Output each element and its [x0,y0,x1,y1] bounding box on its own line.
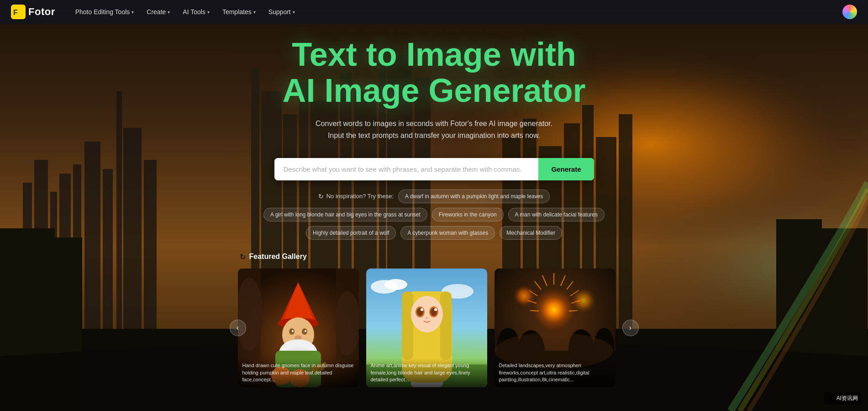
nav-create[interactable]: Create ▾ [141,5,175,18]
svg-point-67 [411,296,443,332]
inspiration-chip-6[interactable]: Mechanical Modifier [500,226,562,240]
chevron-down-icon: ▾ [293,10,295,15]
svg-point-43 [302,328,307,335]
carousel-next-button[interactable]: › [622,320,639,336]
chevron-down-icon: ▾ [253,10,256,15]
gallery-carousel: ‹ [238,269,631,387]
inspiration-chip-3[interactable]: A man with delicate facial features [508,208,605,221]
search-bar: Generate [274,158,594,180]
svg-text:F: F [13,9,18,16]
inspiration-chip-5[interactable]: A cyberpunk woman with glasses [400,226,495,240]
gallery-card-anime-caption: Anime art,anime key visual of elegant yo… [366,358,487,387]
gallery-card-fireworks-caption: Detailed landscapes,very atmospheri fire… [494,358,615,387]
svg-rect-65 [402,291,413,360]
svg-point-45 [305,330,306,332]
navbar: F Fotor Photo Editing Tools ▾ Create ▾ A… [0,0,868,24]
nav-templates[interactable]: Templates ▾ [217,5,261,18]
gallery-card-gnome: Hand drawn cute gnomes face in autumn di… [238,269,359,387]
svg-point-95 [569,286,598,315]
svg-point-42 [289,328,295,335]
chevron-down-icon: ▾ [207,10,210,15]
gallery-section: ↻ Featured Gallery ‹ [238,253,631,387]
chevron-down-icon: ▾ [168,10,170,15]
inspiration-chip-2[interactable]: Fireworks in the canyon [432,208,504,221]
logo[interactable]: F Fotor [11,5,55,19]
inspiration-chip-4[interactable]: Highly detailed portrait of a wolf [306,226,396,240]
gallery-card-fireworks: Detailed landscapes,very atmospheri fire… [494,269,615,387]
avatar[interactable] [842,5,857,19]
svg-point-72 [421,308,423,311]
svg-rect-66 [440,291,452,360]
watermark-icon: ❋ [828,394,834,403]
carousel-prev-button[interactable]: ‹ [230,320,246,336]
svg-point-60 [384,279,407,290]
hero-subtitle: Convert words to images in seconds with … [316,118,553,141]
inspiration-row: ↻ No inspiration? Try these: A dwarf in … [247,190,621,240]
gallery-title: Featured Gallery [249,253,307,261]
svg-point-74 [426,317,428,319]
inspiration-chip-1[interactable]: A girl with long blonde hair and big eye… [263,208,427,221]
nav-ai-tools[interactable]: AI Tools ▾ [177,5,215,18]
gallery-icon: ↻ [240,253,246,261]
gallery-header: ↻ Featured Gallery [238,253,631,261]
hero-content: Text to Image with AI Image Generator Co… [0,37,868,387]
svg-point-82 [538,294,570,326]
refresh-icon: ↻ [318,193,324,200]
gallery-card-anime: Anime art,anime key visual of elegant yo… [366,269,487,387]
chevron-down-icon: ▾ [132,10,134,15]
nav-photo-editing[interactable]: Photo Editing Tools ▾ [70,5,140,18]
svg-line-93 [530,311,539,311]
svg-point-73 [434,308,437,311]
svg-point-44 [292,330,294,332]
svg-point-94 [511,283,537,309]
inspiration-chip-0[interactable]: A dwarf in autumn with a pumpkin light a… [398,190,550,203]
hero-section: Text to Image with AI Image Generator Co… [0,0,868,411]
logo-icon: F [11,5,26,19]
prompt-input[interactable] [274,158,539,180]
logo-text: Fotor [28,6,55,18]
gallery-track: Hand drawn cute gnomes face in autumn di… [238,269,631,387]
watermark: ❋ AI资讯网 [824,392,862,405]
nav-items: Photo Editing Tools ▾ Create ▾ AI Tools … [70,5,300,18]
inspiration-label: ↻ No inspiration? Try these: [318,193,394,200]
generate-button[interactable]: Generate [538,158,594,180]
watermark-text: AI资讯网 [836,395,858,402]
nav-support[interactable]: Support ▾ [263,5,300,18]
gallery-card-gnome-caption: Hand drawn cute gnomes face in autumn di… [238,358,359,387]
hero-title: Text to Image with AI Image Generator [282,37,585,109]
